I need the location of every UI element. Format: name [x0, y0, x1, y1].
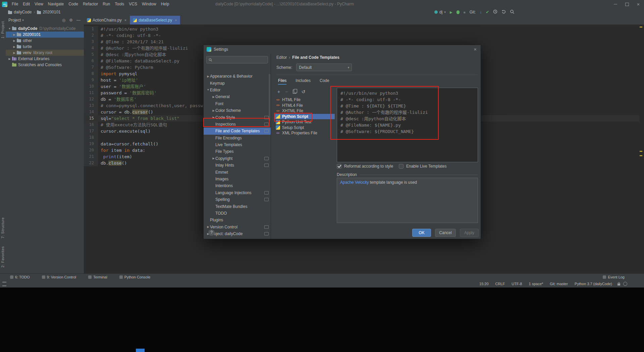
add-template-icon[interactable]: +: [277, 89, 280, 94]
event-log-button[interactable]: Event Log: [603, 275, 625, 279]
breadcrumb-item[interactable]: 20200101: [43, 10, 60, 14]
status-item[interactable]: 15:20: [479, 282, 489, 286]
update-project-button[interactable]: ↓: [480, 10, 482, 14]
tree-arrow-icon[interactable]: ▶: [12, 51, 16, 54]
tool-windows-toggle-icon[interactable]: [2, 282, 6, 286]
project-panel-title[interactable]: Project: [8, 18, 21, 23]
tree-arrow-icon[interactable]: ▶: [206, 75, 210, 78]
menu-view[interactable]: View: [32, 0, 46, 8]
settings-tree-item[interactable]: ▶General: [204, 93, 271, 100]
run-configuration-selector[interactable]: dj ▾: [434, 10, 446, 14]
tree-arrow-icon[interactable]: ▶: [12, 39, 16, 42]
tree-arrow-icon[interactable]: ▼: [8, 27, 11, 30]
menu-run[interactable]: Run: [100, 0, 112, 8]
settings-tree-item[interactable]: Font: [204, 100, 271, 107]
tree-arrow-icon[interactable]: ▶: [212, 95, 215, 98]
menu-file[interactable]: File: [9, 0, 20, 8]
error-stripe-mark[interactable]: [640, 27, 642, 28]
menu-help[interactable]: Help: [159, 0, 172, 8]
settings-tree-item[interactable]: Keymap: [204, 80, 271, 86]
menu-refactor[interactable]: Refactor: [80, 0, 100, 8]
close-button[interactable]: ×: [633, 0, 644, 8]
tree-arrow-icon[interactable]: ▶: [12, 33, 16, 36]
status-item[interactable]: Python 3.7 (dailyCode): [575, 282, 612, 286]
tree-arrow-icon[interactable]: ▶: [8, 57, 11, 60]
tab-close-icon[interactable]: ×: [175, 18, 177, 22]
settings-tree-item[interactable]: ▶Appearance & Behavior: [204, 73, 271, 80]
template-list-item[interactable]: <>HTML File: [274, 97, 335, 103]
inspections-profile-icon[interactable]: [623, 282, 627, 286]
menu-navigate[interactable]: Navigate: [46, 0, 66, 8]
settings-tree-item[interactable]: ▶Copyright: [204, 155, 271, 162]
ok-button[interactable]: OK: [412, 229, 431, 237]
history-button[interactable]: [493, 9, 497, 15]
project-tree-item[interactable]: ▶External Libraries: [6, 56, 84, 62]
live-templates-checkbox[interactable]: [399, 164, 404, 169]
tool-button-structure[interactable]: 7: Structure: [1, 217, 5, 238]
template-list-item[interactable]: <>HTML4 File: [274, 103, 335, 108]
dialog-close-icon[interactable]: ×: [474, 46, 477, 52]
tree-arrow-icon[interactable]: ▶: [212, 109, 215, 112]
search-everywhere-button[interactable]: [510, 9, 515, 15]
breadcrumb-item[interactable]: dailyCode: [14, 10, 32, 14]
settings-tree-item[interactable]: File Encodings: [204, 135, 271, 141]
cancel-button[interactable]: Cancel: [435, 229, 456, 237]
locate-file-icon[interactable]: ◎: [62, 18, 65, 23]
lock-icon[interactable]: [618, 283, 620, 285]
help-button[interactable]: ?: [208, 229, 215, 236]
tool-button-favorites[interactable]: 2: Favorites: [1, 246, 5, 267]
menu-tools[interactable]: Tools: [112, 0, 126, 8]
menu-edit[interactable]: Edit: [20, 0, 32, 8]
template-list-item[interactable]: Setup Script: [274, 125, 335, 131]
settings-tree-item[interactable]: Images: [204, 176, 271, 182]
apply-button[interactable]: Apply: [460, 229, 479, 237]
stop-button[interactable]: ■: [464, 10, 466, 14]
status-item[interactable]: UTF-8: [512, 282, 522, 286]
apache-velocity-link[interactable]: Apache Velocity: [340, 180, 369, 185]
debug-button[interactable]: [457, 10, 460, 14]
settings-tree-item[interactable]: TODO: [204, 210, 271, 217]
reset-template-icon[interactable]: ↺: [301, 89, 305, 94]
settings-tree-item[interactable]: Emmet: [204, 169, 271, 175]
tool-window-button[interactable]: Python Console: [119, 275, 151, 279]
settings-tree-item[interactable]: ▼Editor: [204, 87, 271, 93]
project-tree-item[interactable]: ▶other: [6, 38, 84, 44]
settings-tree-item[interactable]: Inlay Hints: [204, 162, 271, 169]
settings-tree-item[interactable]: Intentions: [204, 182, 271, 189]
rollback-button[interactable]: [501, 9, 506, 15]
tree-arrow-icon[interactable]: ▶: [12, 45, 16, 48]
menu-code[interactable]: Code: [66, 0, 80, 8]
project-tree-item[interactable]: ▶20200101: [6, 32, 84, 38]
settings-tab-code[interactable]: Code: [320, 77, 329, 85]
maximize-button[interactable]: [621, 0, 633, 8]
gear-icon[interactable]: ⚙: [69, 18, 73, 23]
settings-tree-item[interactable]: Spelling: [204, 196, 271, 203]
project-tree-item[interactable]: Scratches and Consoles: [6, 62, 84, 68]
tool-button-project[interactable]: 1: Project: [1, 21, 5, 38]
project-tree-item[interactable]: ▼dailyCodeD:\python\dailyCode: [6, 26, 84, 32]
settings-tree-item[interactable]: File Types: [204, 148, 271, 155]
error-stripe-mark[interactable]: [640, 155, 642, 156]
settings-tree-item[interactable]: Plugins: [204, 217, 271, 223]
error-stripe-mark[interactable]: [640, 151, 642, 152]
minimize-button[interactable]: [610, 0, 621, 8]
tree-arrow-icon[interactable]: ▶: [206, 225, 210, 228]
project-tree-item[interactable]: ▶venvlibrary root: [6, 50, 84, 56]
tab-close-icon[interactable]: ×: [124, 18, 126, 22]
tool-window-button[interactable]: 6: TODO: [10, 275, 30, 279]
tool-window-button[interactable]: Terminal: [88, 275, 107, 279]
reformat-checkbox[interactable]: [337, 164, 341, 169]
settings-tab-files[interactable]: Files: [278, 77, 286, 85]
tool-window-button[interactable]: 9: Version Control: [42, 275, 76, 279]
settings-search-field[interactable]: [206, 56, 268, 63]
settings-tree-item[interactable]: ▶Color Scheme: [204, 107, 271, 114]
settings-tab-includes[interactable]: Includes: [296, 77, 311, 85]
settings-tree-item[interactable]: Live Templates: [204, 141, 271, 148]
settings-tree-item[interactable]: File and Code Templates: [204, 128, 271, 134]
scheme-dropdown[interactable]: Default ▾: [296, 63, 352, 71]
menu-window[interactable]: Window: [140, 0, 159, 8]
hide-panel-icon[interactable]: —: [76, 18, 80, 23]
settings-tree-item[interactable]: TextMate Bundles: [204, 203, 271, 210]
template-list-item[interactable]: <>XML Properties File: [274, 130, 335, 136]
editor-tab[interactable]: dataBaseSelect.py×: [130, 16, 180, 25]
